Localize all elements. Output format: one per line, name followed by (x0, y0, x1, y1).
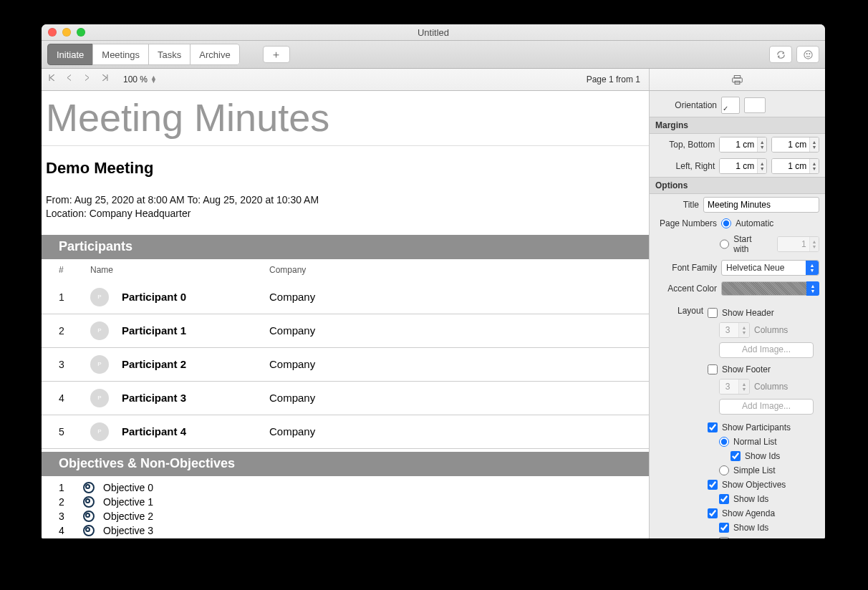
show-agenda-checkbox[interactable] (708, 508, 718, 518)
zoom-value: 100 % (123, 74, 148, 84)
show-footer-label: Show Footer (722, 364, 771, 374)
avatar: P (90, 321, 109, 340)
toolbar: Initiate Meetings Tasks Archive ＋ (42, 41, 825, 69)
left-right-label: Left, Right (655, 161, 715, 171)
emoji-button[interactable] (796, 46, 819, 63)
add-button[interactable]: ＋ (263, 46, 290, 63)
tab-initiate[interactable]: Initiate (47, 44, 93, 65)
participant-company: Company (269, 425, 649, 437)
show-agenda-label: Show Agenda (722, 508, 775, 518)
col-name-header: Name (90, 265, 269, 275)
show-header-label: Show Header (722, 308, 774, 318)
objective-row: 4Objective 3 (42, 523, 649, 538)
meeting-title: Demo Meeting (46, 159, 649, 178)
participant-index: 2 (59, 325, 90, 337)
print-button[interactable] (649, 69, 825, 90)
footer-columns-label: Columns (754, 382, 788, 392)
participants-normal-list-label: Normal List (733, 437, 777, 447)
plus-icon: ＋ (271, 48, 281, 62)
objective-index: 2 (59, 496, 83, 508)
participant-name: Participant 2 (122, 358, 186, 370)
top-margin-input[interactable] (720, 137, 757, 152)
target-icon (83, 525, 103, 536)
automatic-label: Automatic (736, 218, 773, 228)
orientation-landscape[interactable] (744, 97, 766, 113)
page-numbers-startwith-radio[interactable] (720, 239, 730, 249)
participant-company: Company (269, 324, 649, 337)
tab-archive[interactable]: Archive (190, 44, 239, 65)
window-title: Untitled (42, 27, 825, 38)
show-footer-checkbox[interactable] (708, 364, 718, 374)
participant-index: 5 (59, 426, 90, 437)
prev-page-button[interactable] (66, 74, 74, 85)
app-window: Untitled Initiate Meetings Tasks Archive… (42, 24, 825, 538)
participant-index: 4 (59, 392, 90, 404)
orientation-portrait[interactable]: ✓ (721, 97, 740, 114)
objective-label: Objective 2 (103, 511, 153, 522)
start-with-stepper[interactable]: ▲▼ (777, 236, 819, 252)
agenda-show-ids-checkbox[interactable] (719, 523, 729, 533)
footer-add-image-button[interactable]: Add Image... (719, 399, 814, 415)
right-margin-input[interactable] (772, 159, 809, 173)
font-family-select[interactable]: Helvetica Neue ▲▼ (721, 260, 819, 276)
participants-show-ids-checkbox[interactable] (730, 451, 741, 461)
participant-row: 1PParticipant 0Company (42, 281, 649, 314)
right-margin-stepper[interactable]: ▲▼ (771, 158, 819, 174)
participant-name: Participant 1 (122, 324, 186, 337)
objectives-show-ids-checkbox[interactable] (719, 494, 729, 504)
zoom-control[interactable]: 100 % ▲▼ (123, 74, 157, 84)
objective-label: Objective 3 (103, 525, 153, 536)
next-page-button[interactable] (83, 74, 92, 85)
left-margin-input[interactable] (720, 159, 757, 173)
page-numbers-automatic-radio[interactable] (721, 218, 731, 228)
svg-rect-3 (734, 75, 741, 77)
participants-simple-list-radio[interactable] (719, 465, 729, 475)
header-columns-stepper[interactable]: ▲▼ (719, 322, 750, 338)
meeting-meta: From: Aug 25, 2020 at 8:00 AM To: Aug 25… (46, 193, 649, 221)
avatar: P (90, 288, 109, 306)
document-nav-bar: 100 % ▲▼ Page 1 from 1 (42, 69, 825, 91)
target-icon (83, 496, 103, 508)
left-margin-stepper[interactable]: ▲▼ (719, 158, 767, 174)
participant-company: Company (269, 358, 649, 370)
objective-row: 1Objective 0 (42, 480, 649, 495)
top-margin-stepper[interactable]: ▲▼ (719, 137, 767, 153)
participant-company: Company (269, 291, 649, 303)
accent-color-well[interactable]: ▲▼ (721, 281, 819, 296)
show-objectives-checkbox[interactable] (708, 480, 718, 490)
footer-columns-stepper[interactable]: ▲▼ (719, 379, 750, 395)
sync-button[interactable] (769, 46, 792, 63)
show-header-checkbox[interactable] (708, 308, 718, 318)
col-company-header: Company (269, 265, 649, 275)
objective-label: Objective 1 (103, 496, 153, 508)
objective-index: 1 (59, 482, 83, 493)
objective-row: 3Objective 2 (42, 509, 649, 523)
agenda-show-responsible-checkbox[interactable] (719, 537, 729, 538)
chevron-up-down-icon: ▲▼ (806, 261, 819, 275)
title-field-label: Title (655, 200, 699, 210)
last-page-button[interactable] (100, 74, 109, 85)
divider (42, 145, 649, 146)
col-num-header: # (59, 265, 90, 275)
show-objectives-label: Show Objectives (722, 480, 786, 490)
titlebar: Untitled (42, 24, 825, 41)
title-input[interactable] (703, 197, 819, 213)
participants-normal-list-radio[interactable] (719, 437, 729, 447)
agenda-show-ids-label: Show Ids (733, 523, 768, 533)
start-with-label: Start with (733, 234, 768, 254)
footer-columns-input (720, 379, 738, 394)
document-title: Meeting Minutes (46, 95, 649, 140)
svg-point-0 (804, 50, 811, 58)
bottom-margin-stepper[interactable]: ▲▼ (771, 137, 819, 153)
participant-index: 3 (59, 359, 90, 370)
show-participants-checkbox[interactable] (708, 422, 718, 432)
orientation-label: Orientation (655, 100, 717, 110)
start-with-input (778, 237, 809, 251)
header-add-image-button[interactable]: Add Image... (719, 342, 814, 358)
participant-index: 1 (59, 291, 90, 303)
bottom-margin-input[interactable] (772, 137, 809, 152)
first-page-button[interactable] (49, 74, 57, 85)
tab-meetings[interactable]: Meetings (92, 44, 149, 65)
show-participants-label: Show Participants (722, 422, 791, 432)
tab-tasks[interactable]: Tasks (148, 44, 191, 65)
